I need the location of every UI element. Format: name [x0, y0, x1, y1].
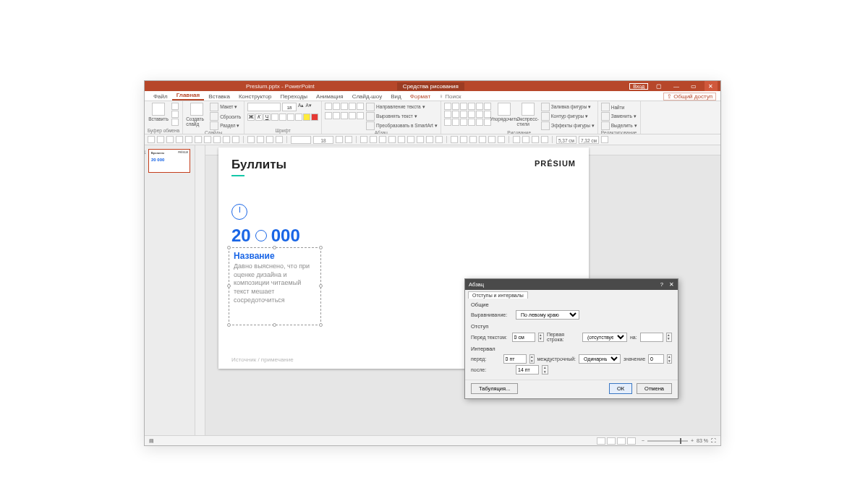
decrease-indent-icon[interactable]: [341, 103, 348, 110]
qat-icon[interactable]: [417, 136, 424, 143]
align-text-dropdown[interactable]: Выровнять текст ▾: [366, 112, 438, 121]
numbering-icon[interactable]: [333, 103, 340, 110]
fit-to-window-icon[interactable]: ⛶: [711, 438, 716, 443]
paste-button[interactable]: Вставить: [148, 103, 169, 121]
spinner[interactable]: ▴▾: [542, 365, 548, 374]
qat-icon[interactable]: [426, 136, 433, 143]
spinner[interactable]: ▴▾: [529, 354, 535, 364]
section-dropdown[interactable]: Раздел ▾: [210, 121, 241, 130]
qat-icon[interactable]: [479, 136, 486, 143]
zoom-slider[interactable]: [647, 440, 688, 442]
qat-icon[interactable]: [195, 136, 202, 143]
qat-font-size[interactable]: 18: [313, 136, 333, 144]
qat-icon[interactable]: [388, 136, 396, 143]
change-case-icon[interactable]: [295, 114, 302, 121]
spacing-after-input[interactable]: [516, 365, 539, 374]
first-line-on-input[interactable]: [640, 333, 663, 342]
qat-icon[interactable]: [336, 136, 343, 143]
qat-icon[interactable]: [223, 136, 230, 143]
text-direction-dropdown[interactable]: Направление текста ▾: [366, 103, 438, 111]
status-notes-icon[interactable]: ▤: [149, 438, 154, 444]
qat-icon[interactable]: [345, 136, 352, 143]
bold-icon[interactable]: Ж: [247, 114, 255, 121]
convert-smartart-dropdown[interactable]: Преобразовать в SmartArt ▾: [366, 121, 438, 130]
close-icon[interactable]: ✕: [705, 81, 718, 91]
qat-icon[interactable]: [257, 136, 264, 143]
spinner[interactable]: ▴▾: [666, 333, 672, 342]
font-color-icon[interactable]: [311, 114, 318, 121]
arrange-button[interactable]: Упорядочить: [493, 103, 515, 121]
qat-pos-y[interactable]: 7,32 см: [579, 136, 599, 144]
ok-button[interactable]: ОК: [609, 383, 632, 394]
qat-icon[interactable]: [488, 136, 495, 143]
tab-home[interactable]: Главная: [172, 91, 205, 100]
qat-icon[interactable]: [232, 136, 239, 143]
qat-icon[interactable]: [513, 136, 520, 143]
cancel-button[interactable]: Отмена: [637, 383, 672, 394]
columns-icon[interactable]: [357, 112, 364, 119]
italic-icon[interactable]: К: [255, 114, 263, 121]
qat-icon[interactable]: [532, 136, 539, 143]
copy-icon[interactable]: [171, 111, 179, 118]
qat-icon[interactable]: [522, 136, 529, 143]
minimize-icon[interactable]: —: [670, 81, 683, 91]
share-button[interactable]: ⇪ Общий доступ: [663, 93, 716, 100]
shrink-font-icon[interactable]: A▾: [305, 103, 311, 111]
tell-me-search[interactable]: ♀ Поиск: [435, 93, 465, 100]
font-name-input[interactable]: [247, 103, 281, 111]
ribbon-options-icon[interactable]: ▢: [652, 81, 665, 91]
maximize-icon[interactable]: ▭: [687, 81, 700, 91]
qat-icon[interactable]: [185, 136, 192, 143]
tab-slideshow[interactable]: Слайд-шоу: [348, 93, 386, 100]
alignment-select[interactable]: По левому краю: [516, 310, 579, 320]
align-center-icon[interactable]: [333, 112, 340, 119]
increase-indent-icon[interactable]: [349, 103, 356, 110]
spacing-before-input[interactable]: [503, 354, 527, 364]
qat-icon[interactable]: [398, 136, 405, 143]
before-text-input[interactable]: [512, 333, 535, 342]
qat-icon[interactable]: [148, 136, 155, 143]
char-spacing-icon[interactable]: [287, 114, 294, 121]
spinner[interactable]: ▴▾: [538, 333, 544, 342]
cut-icon[interactable]: [171, 103, 179, 110]
view-normal-icon[interactable]: [597, 437, 605, 445]
font-size-input[interactable]: 18: [282, 103, 297, 111]
align-left-icon[interactable]: [325, 112, 332, 119]
tab-insert[interactable]: Вставка: [204, 93, 234, 100]
first-line-select[interactable]: (отсутствует): [582, 333, 627, 342]
qat-icon[interactable]: [204, 136, 211, 143]
bullets-icon[interactable]: [325, 103, 332, 110]
qat-icon[interactable]: [266, 136, 273, 143]
line-spacing-icon[interactable]: [357, 103, 364, 110]
qat-icon[interactable]: [166, 136, 174, 143]
tab-view[interactable]: Вид: [386, 93, 405, 100]
qat-icon[interactable]: [435, 136, 443, 143]
qat-icon[interactable]: [157, 136, 164, 143]
view-sorter-icon[interactable]: [607, 437, 616, 445]
zoom-out-icon[interactable]: −: [642, 438, 644, 443]
reset-button[interactable]: Сбросить: [210, 112, 241, 121]
zoom-in-icon[interactable]: +: [691, 438, 694, 443]
underline-icon[interactable]: Ч: [263, 114, 271, 121]
qat-icon[interactable]: [360, 136, 367, 143]
selected-textbox[interactable]: Название Давно выяснено, что при оценке …: [229, 247, 321, 325]
qat-icon[interactable]: [176, 136, 183, 143]
shapes-gallery[interactable]: [444, 103, 491, 126]
qat-icon[interactable]: [451, 136, 458, 143]
slide-thumbnail-1[interactable]: Буллиты 20 000 PRÉSIUM: [148, 149, 190, 173]
dialog-help-icon[interactable]: ?: [660, 281, 663, 288]
dialog-tab-indents[interactable]: Отступы и интервалы: [468, 291, 528, 299]
signin-button[interactable]: Вход: [629, 83, 648, 90]
font-highlight-icon[interactable]: [303, 114, 310, 121]
tab-transitions[interactable]: Переходы: [276, 93, 312, 100]
qat-icon[interactable]: [498, 136, 505, 143]
qat-icon[interactable]: [213, 136, 221, 143]
layout-dropdown[interactable]: Макет ▾: [210, 103, 241, 111]
tab-animations[interactable]: Анимация: [312, 93, 348, 100]
find-button[interactable]: Найти: [601, 103, 637, 111]
line-spacing-select[interactable]: Одинарный: [579, 354, 621, 364]
shape-effects-dropdown[interactable]: Эффекты фигуры ▾: [541, 121, 595, 130]
spinner[interactable]: ▴▾: [667, 354, 672, 364]
qat-icon[interactable]: [379, 136, 386, 143]
quick-styles-button[interactable]: Экспресс-стили: [517, 103, 539, 127]
